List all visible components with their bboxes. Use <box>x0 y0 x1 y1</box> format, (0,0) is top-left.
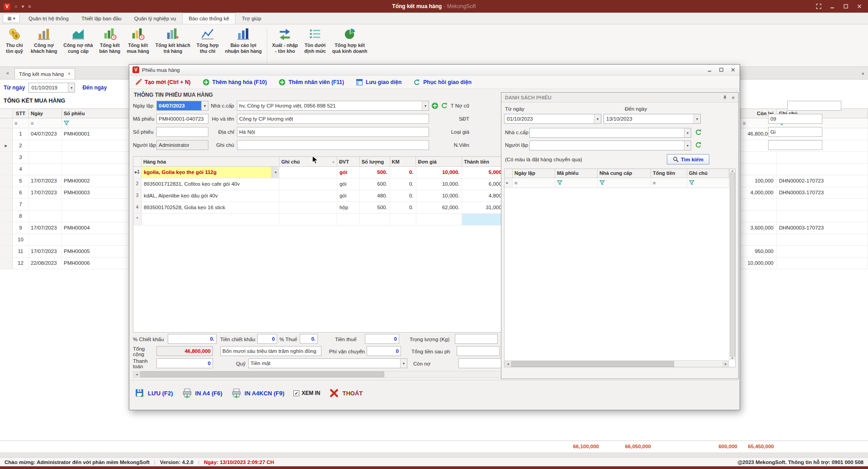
no-cu-input[interactable] <box>787 101 841 111</box>
cell-stt[interactable]: 5 <box>13 175 29 187</box>
cell-dvt[interactable]: hộp <box>337 202 360 213</box>
scroll-right-icon[interactable]: ► <box>722 361 729 367</box>
chevron-down-icon[interactable]: ▾ <box>594 114 601 123</box>
scroll-down-icon[interactable]: ▼ <box>731 357 734 360</box>
scrollbar-thumb[interactable] <box>140 371 384 377</box>
button-cong-no-khach-hang[interactable]: Công nợ khách hàng <box>28 24 60 66</box>
horizontal-scrollbar[interactable]: ◄ ► <box>505 360 729 367</box>
cell-ghi-chu[interactable]: DHN00002-170723 <box>777 175 868 187</box>
header-km[interactable]: KM <box>390 157 416 166</box>
cell-stt[interactable]: 4 <box>13 164 29 175</box>
close-icon[interactable]: × <box>732 95 735 100</box>
cell-stt[interactable]: 1 <box>13 128 29 140</box>
chevron-down-icon[interactable]: ▾ <box>400 359 407 368</box>
cell-ghi-chu[interactable]: DHN00003-170723 <box>777 222 868 234</box>
new-button[interactable]: Tạo mới (Ctrl + N) <box>135 79 191 86</box>
chevron-down-icon[interactable]: ▾ <box>684 128 691 137</box>
tab-quan-ly-nghiep-vu[interactable]: Quản lý nghiệp vụ <box>128 13 183 24</box>
header-so-luong[interactable]: Số lượng <box>360 157 390 166</box>
cell-don-gia[interactable]: 10,000. <box>416 190 462 202</box>
nhan-vien-input[interactable] <box>768 140 822 150</box>
cell-so-luong[interactable]: 600. <box>360 178 390 190</box>
cell-km[interactable] <box>390 214 416 225</box>
cell-stt[interactable]: 11 <box>13 246 29 257</box>
cell-ngay[interactable] <box>29 234 62 245</box>
cell-ghi-chu[interactable] <box>777 246 868 257</box>
button-tong-hop-thu-chi[interactable]: Tổng hợp thu chi <box>193 24 222 66</box>
quy-combo[interactable]: Tiền mặt▾ <box>248 358 407 368</box>
cell-stt[interactable]: 12 <box>13 258 29 269</box>
cell-km[interactable]: 0. <box>390 190 416 202</box>
item-new-row[interactable]: * <box>133 214 514 225</box>
add-item-button[interactable]: Thêm hàng hóa (F10) <box>203 79 267 86</box>
cell-con-lai[interactable] <box>741 199 777 210</box>
chiet-khau-pct-input[interactable]: 0. <box>168 334 217 344</box>
button-thu-chi-ton-quy[interactable]: $$ Thu chi tồn quỹ <box>1 24 28 66</box>
filter-stt[interactable]: = <box>13 118 29 128</box>
cell-ghi-chu[interactable]: DHN00003-170723 <box>777 187 868 198</box>
cell-km[interactable]: 0. <box>390 178 416 190</box>
cell-dvt[interactable]: gói <box>337 167 360 178</box>
cell-ngay[interactable]: 17/07/2023 <box>29 187 62 198</box>
cell-so-phieu[interactable]: PMH00003 <box>62 187 130 198</box>
cell-so-phieu[interactable] <box>62 164 130 175</box>
filter-ghi-chu[interactable] <box>687 178 729 188</box>
cell-so-phieu[interactable] <box>62 211 130 222</box>
cell-hang-hoa[interactable]: kgolia, Golia kẹo the gói 112g▾ <box>142 167 279 178</box>
chevron-down-icon[interactable]: ▾ <box>22 4 24 9</box>
chevron-down-icon[interactable]: ▾ <box>684 141 691 150</box>
cell-ngay[interactable] <box>29 152 62 163</box>
print-a4kcn-button[interactable]: IN A4KCN (F9) <box>231 388 284 398</box>
cell-don-gia[interactable]: 10,000. <box>416 178 462 190</box>
cell-ngay[interactable]: 04/07/2023 <box>29 128 62 140</box>
header-dvt[interactable]: ĐVT <box>337 157 360 166</box>
cell-ghi-chu[interactable] <box>777 258 868 269</box>
header-don-gia[interactable]: Đơn giá <box>416 157 462 166</box>
tab-quan-tri-he-thong[interactable]: Quản trị hệ thống <box>22 13 75 24</box>
cell-so-luong[interactable]: 500. <box>360 167 390 178</box>
cell-stt[interactable]: 10 <box>13 234 29 245</box>
item-row[interactable]: ▸1 kgolia, Golia kẹo the gói 112g▾ gói 5… <box>133 167 514 178</box>
panel-creator-combo[interactable]: ▾ <box>529 141 691 150</box>
chevron-down-icon[interactable]: ▾ <box>693 114 700 123</box>
cell-ghi-chu[interactable] <box>777 164 868 175</box>
panel-supplier-combo[interactable]: ▾ <box>529 128 691 138</box>
cell-so-phieu[interactable] <box>62 199 130 210</box>
exit-button[interactable]: THOÁT <box>329 388 363 398</box>
cell-so-phieu[interactable]: PMH00004 <box>62 222 130 234</box>
tab-tong-ket-mua-hang[interactable]: Tổng kết mua hàng × <box>14 68 75 79</box>
so-phieu-input[interactable] <box>156 127 208 137</box>
print-a4-button[interactable]: IN A4 (F6) <box>182 388 222 398</box>
scroll-up-icon[interactable]: ▲ <box>731 169 734 172</box>
cell-ghi-chu[interactable] <box>279 167 337 178</box>
cell-ghi-chu[interactable] <box>279 202 337 213</box>
cell-ghi-chu[interactable] <box>777 211 868 222</box>
minimize-icon[interactable] <box>706 67 713 73</box>
button-bao-cao-loi-nhuan[interactable]: Báo cáo lợi nhuận bán hàng <box>222 24 265 66</box>
button-tong-ket-khach-tra-hang[interactable]: Tổng kết khách trả hàng <box>152 24 193 66</box>
header-nha-cung-cap[interactable]: Nhà cung cấp <box>598 169 651 178</box>
cell-so-phieu[interactable]: PMH00006 <box>62 258 130 269</box>
print-preview-checkbox[interactable]: ✓ XEM IN <box>293 390 320 396</box>
cell-stt[interactable]: 8 <box>13 211 29 222</box>
minimize-icon[interactable] <box>829 3 835 9</box>
expand-icon[interactable] <box>816 3 822 9</box>
close-icon[interactable]: × <box>3 69 13 78</box>
cell-don-gia[interactable]: 62,000. <box>416 202 462 213</box>
cell-so-phieu[interactable]: PMH00002 <box>62 175 130 187</box>
button-tong-hop-ket-qua-kinh-doanh[interactable]: Tổng hợp kết quả kinh doanh <box>329 24 371 66</box>
cell-so-luong[interactable] <box>360 214 390 225</box>
button-tong-ket-ban-hang[interactable]: Tổng kết bán hàng <box>96 24 124 66</box>
menu-icon[interactable]: ≡ <box>28 4 31 9</box>
header-ngay-lap[interactable]: Ngày lập <box>513 169 555 178</box>
cell-con-lai[interactable] <box>741 164 777 175</box>
close-icon[interactable]: × <box>68 71 71 76</box>
cell-ghi-chu[interactable] <box>777 152 868 163</box>
item-row[interactable]: 3 kdAL, Alpenlibe kẹo dâu gói 40v gói 48… <box>133 190 514 202</box>
tab-thiet-lap-ban-dau[interactable]: Thiết lập ban đầu <box>75 13 128 24</box>
chevron-down-icon[interactable]: ▾ <box>272 167 279 178</box>
cell-so-luong[interactable]: 480. <box>360 190 390 202</box>
refresh-icon[interactable] <box>695 141 702 149</box>
filter-ngay[interactable]: = <box>29 118 62 128</box>
add-employee-button[interactable]: Thêm nhân viên (F11) <box>278 79 344 86</box>
